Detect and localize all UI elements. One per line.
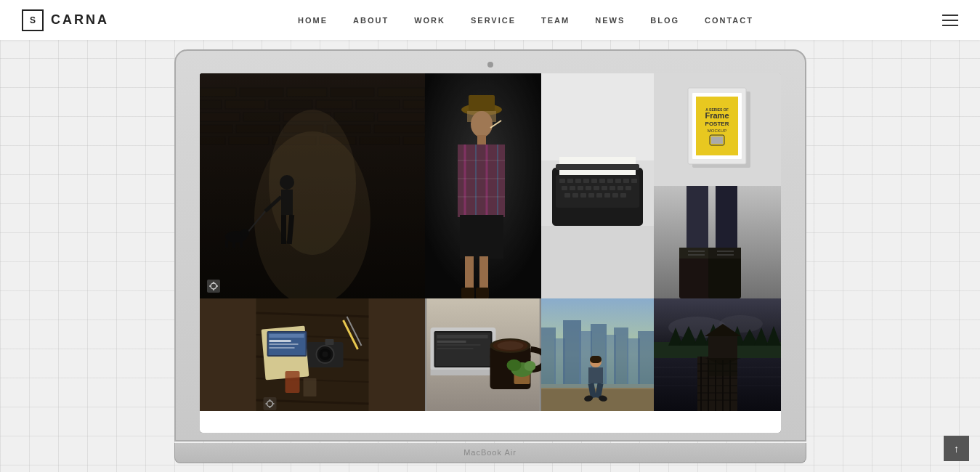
svg-rect-92 bbox=[602, 186, 607, 190]
svg-rect-97 bbox=[572, 193, 578, 198]
svg-rect-90 bbox=[586, 186, 591, 190]
svg-rect-93 bbox=[610, 186, 615, 190]
svg-rect-103 bbox=[620, 193, 626, 198]
nav-news[interactable]: NEWS bbox=[595, 16, 625, 25]
svg-rect-84 bbox=[615, 179, 621, 183]
svg-rect-121 bbox=[716, 186, 737, 251]
svg-rect-96 bbox=[564, 193, 570, 198]
svg-point-176 bbox=[524, 361, 535, 371]
nav-blog[interactable]: BLOG bbox=[650, 16, 679, 25]
svg-rect-192 bbox=[590, 356, 602, 363]
logo-text: CARNA bbox=[51, 12, 109, 28]
coffee-image bbox=[425, 298, 541, 411]
grid-item-city bbox=[541, 298, 654, 411]
navbar: S CARNA HOME ABOUT WORK SERVICE TEAM NEW… bbox=[0, 0, 980, 40]
svg-rect-91 bbox=[594, 186, 599, 190]
svg-rect-117 bbox=[711, 137, 723, 144]
logo-area: S CARNA bbox=[0, 9, 109, 31]
svg-rect-166 bbox=[437, 348, 473, 349]
svg-rect-146 bbox=[269, 343, 298, 345]
dock-image bbox=[654, 298, 781, 411]
svg-rect-124 bbox=[679, 248, 712, 259]
svg-rect-82 bbox=[599, 179, 605, 183]
grid-item-coffee bbox=[425, 298, 541, 411]
scroll-top-icon: ↑ bbox=[954, 443, 959, 455]
svg-rect-101 bbox=[604, 193, 610, 198]
svg-point-175 bbox=[506, 359, 521, 371]
boots-image bbox=[654, 186, 781, 298]
typewriter-image bbox=[541, 73, 654, 298]
svg-rect-144 bbox=[269, 334, 304, 338]
hamburger-menu[interactable] bbox=[942, 15, 980, 26]
svg-rect-87 bbox=[562, 186, 567, 190]
grid-item-discover bbox=[200, 298, 425, 411]
svg-rect-81 bbox=[591, 179, 597, 183]
svg-rect-85 bbox=[623, 179, 629, 183]
city-image bbox=[541, 298, 654, 411]
svg-rect-125 bbox=[708, 248, 741, 259]
svg-rect-120 bbox=[687, 186, 708, 251]
camera-dot bbox=[487, 62, 493, 68]
nav-about[interactable]: ABOUT bbox=[353, 16, 389, 25]
portfolio-grid: A SERIES OF Frame POSTER MOCKUP bbox=[200, 73, 781, 433]
svg-rect-95 bbox=[625, 186, 631, 190]
svg-rect-99 bbox=[588, 193, 594, 198]
svg-rect-228 bbox=[708, 335, 737, 360]
svg-rect-94 bbox=[617, 186, 623, 190]
frame-poster-image: A SERIES OF Frame POSTER MOCKUP bbox=[654, 73, 781, 186]
svg-rect-150 bbox=[285, 371, 299, 393]
grid-item-fashion bbox=[425, 73, 541, 298]
svg-rect-151 bbox=[303, 378, 316, 396]
svg-rect-181 bbox=[563, 320, 581, 386]
svg-rect-193 bbox=[588, 367, 603, 383]
svg-point-172 bbox=[497, 341, 523, 350]
svg-rect-165 bbox=[437, 344, 480, 346]
hamburger-line-2 bbox=[942, 20, 958, 21]
discover-image bbox=[200, 298, 425, 411]
hamburger-line-3 bbox=[942, 25, 958, 26]
nav-team[interactable]: TEAM bbox=[541, 16, 570, 25]
svg-text:POSTER: POSTER bbox=[705, 121, 729, 127]
svg-rect-44 bbox=[207, 280, 220, 293]
svg-rect-164 bbox=[437, 341, 466, 343]
svg-rect-89 bbox=[578, 186, 583, 190]
alley-image bbox=[200, 73, 425, 298]
svg-rect-102 bbox=[612, 193, 618, 198]
svg-rect-79 bbox=[575, 179, 581, 183]
svg-rect-105 bbox=[556, 164, 639, 170]
svg-rect-163 bbox=[437, 335, 487, 338]
laptop-mockup: A SERIES OF Frame POSTER MOCKUP bbox=[174, 49, 806, 463]
svg-rect-187 bbox=[638, 331, 654, 386]
nav-menu: HOME ABOUT WORK SERVICE TEAM NEWS BLOG C… bbox=[298, 16, 753, 25]
main-content: A SERIES OF Frame POSTER MOCKUP bbox=[0, 40, 980, 472]
grid-item-typewriter bbox=[541, 73, 654, 298]
hamburger-line-1 bbox=[942, 15, 958, 16]
boots-photo bbox=[654, 186, 781, 298]
svg-rect-185 bbox=[614, 327, 628, 386]
grid-item-alley bbox=[200, 73, 425, 298]
logo-icon: S bbox=[22, 9, 44, 31]
svg-rect-74 bbox=[541, 73, 654, 160]
grid-item-right-top: A SERIES OF Frame POSTER MOCKUP bbox=[654, 73, 781, 298]
scroll-top-button[interactable]: ↑ bbox=[944, 436, 969, 461]
svg-rect-71 bbox=[425, 73, 541, 298]
fashion-image bbox=[425, 73, 541, 298]
svg-rect-98 bbox=[580, 193, 586, 198]
svg-point-139 bbox=[322, 351, 328, 357]
frame-poster: A SERIES OF Frame POSTER MOCKUP bbox=[654, 73, 781, 186]
nav-service[interactable]: SERVICE bbox=[471, 16, 516, 25]
nav-home[interactable]: HOME bbox=[298, 16, 328, 25]
nav-work[interactable]: WORK bbox=[414, 16, 445, 25]
svg-rect-179 bbox=[541, 327, 556, 386]
svg-rect-147 bbox=[269, 347, 294, 349]
svg-rect-106 bbox=[541, 226, 654, 298]
svg-rect-88 bbox=[570, 186, 575, 190]
nav-contact[interactable]: CONTACT bbox=[705, 16, 753, 25]
svg-rect-78 bbox=[567, 179, 573, 183]
svg-rect-86 bbox=[631, 179, 637, 183]
svg-text:MOCKUP: MOCKUP bbox=[707, 129, 726, 133]
svg-rect-167 bbox=[430, 370, 495, 375]
laptop-base: MacBook Air bbox=[174, 443, 806, 463]
svg-rect-43 bbox=[200, 73, 425, 298]
grid-item-dock bbox=[654, 298, 781, 411]
